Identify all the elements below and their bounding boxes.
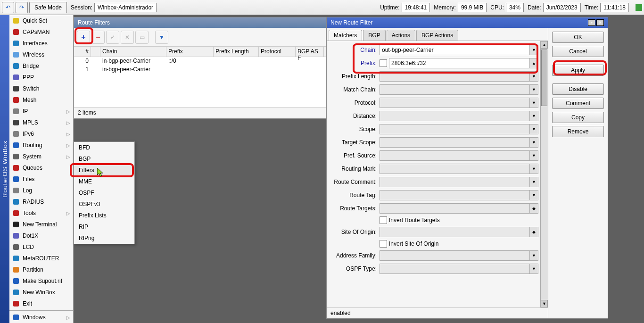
input-field[interactable] bbox=[380, 164, 530, 174]
sidebar-item-queues[interactable]: Queues bbox=[9, 162, 73, 174]
nrf-titlebar[interactable]: New Route Filter ▫ ✕ bbox=[327, 17, 608, 28]
submenu-item-ospfv3[interactable]: OSPFv3 bbox=[74, 199, 134, 210]
comment-button[interactable]: ▭ bbox=[135, 31, 149, 44]
dropdown-toggle[interactable]: ▼ bbox=[530, 177, 538, 187]
sidebar-item-lcd[interactable]: LCD bbox=[9, 241, 73, 253]
sidebar-item-new-terminal[interactable]: New Terminal bbox=[9, 219, 73, 230]
sidebar-item-system[interactable]: System▷ bbox=[9, 151, 73, 162]
sidebar-item-windows[interactable]: Windows▷ bbox=[9, 312, 73, 323]
column-header[interactable]: Prefix bbox=[166, 47, 214, 57]
sidebar-item-ip[interactable]: IP▷ bbox=[9, 106, 73, 117]
input-field[interactable] bbox=[380, 250, 530, 261]
checkbox[interactable] bbox=[380, 240, 387, 248]
filter-button[interactable]: ▼ bbox=[155, 31, 168, 44]
dropdown-toggle[interactable]: ▼ bbox=[530, 111, 538, 121]
route-filters-titlebar[interactable]: Route Filters bbox=[74, 17, 326, 28]
submenu-item-mme[interactable]: MME bbox=[74, 176, 134, 187]
input-field[interactable] bbox=[380, 137, 530, 148]
tab-bgp-actions[interactable]: BGP Actions bbox=[416, 30, 458, 41]
copy-button[interactable]: Copy bbox=[552, 112, 604, 123]
dropdown-toggle[interactable]: ◆ bbox=[530, 227, 538, 237]
input-field[interactable] bbox=[380, 177, 530, 187]
disable-button[interactable]: ✕ bbox=[121, 31, 134, 44]
tab-matchers[interactable]: Matchers bbox=[329, 30, 362, 41]
submenu-item-ripng[interactable]: RIPng bbox=[74, 232, 134, 244]
dropdown-toggle[interactable]: ◆ bbox=[530, 203, 538, 214]
input-field[interactable] bbox=[380, 111, 530, 121]
table-row[interactable]: 0in-bgp-peer-Carrier::/0 bbox=[74, 57, 326, 66]
dropdown-toggle[interactable]: ▼ bbox=[530, 84, 538, 95]
add-button[interactable]: + bbox=[77, 31, 90, 44]
tab-actions[interactable]: Actions bbox=[387, 30, 415, 41]
dropdown-toggle[interactable]: ▼ bbox=[530, 190, 538, 200]
sidebar-item-radius[interactable]: RADIUS bbox=[9, 196, 73, 207]
sidebar-item-mpls[interactable]: MPLS▷ bbox=[9, 117, 73, 128]
dropdown-toggle[interactable]: ▼ bbox=[530, 150, 538, 161]
submenu-item-bfd[interactable]: BFD bbox=[74, 142, 134, 153]
input-field[interactable] bbox=[380, 264, 530, 274]
sidebar-item-partition[interactable]: Partition bbox=[9, 264, 73, 275]
sidebar-item-files[interactable]: Files bbox=[9, 174, 73, 185]
input-field[interactable] bbox=[380, 190, 530, 200]
column-header[interactable]: Prefix Length bbox=[214, 47, 259, 57]
column-header[interactable]: BGP AS F bbox=[296, 47, 324, 57]
sidebar-item-ipv6[interactable]: IPv6▷ bbox=[9, 128, 73, 140]
input-field[interactable] bbox=[380, 71, 530, 82]
sidebar-item-capsman[interactable]: CAPsMAN bbox=[9, 26, 73, 38]
column-header[interactable] bbox=[91, 47, 100, 57]
sidebar-item-log[interactable]: Log bbox=[9, 185, 73, 196]
dropdown-toggle[interactable]: ▼ bbox=[530, 250, 538, 261]
sidebar-item-bridge[interactable]: Bridge bbox=[9, 60, 73, 72]
input-field[interactable] bbox=[380, 203, 530, 214]
scroll-up-button[interactable]: ▲ bbox=[541, 41, 548, 49]
safe-mode-button[interactable]: Safe Mode bbox=[29, 2, 67, 13]
dropdown-toggle[interactable]: ▼ bbox=[530, 164, 538, 174]
sidebar-item-mesh[interactable]: Mesh bbox=[9, 94, 73, 106]
scroll-down-button[interactable]: ▼ bbox=[541, 300, 548, 307]
input-field[interactable] bbox=[380, 150, 530, 161]
checkbox[interactable] bbox=[380, 59, 387, 67]
dropdown-toggle[interactable]: ▼ bbox=[530, 71, 538, 82]
dropdown-toggle[interactable]: ▲ bbox=[530, 58, 538, 68]
submenu-item-prefix-lists[interactable]: Prefix Lists bbox=[74, 210, 134, 221]
apply-button[interactable]: Apply bbox=[552, 65, 604, 76]
undo-button[interactable]: ↶ bbox=[2, 2, 14, 13]
dropdown-toggle[interactable]: ▼ bbox=[530, 98, 538, 108]
minimize-button[interactable]: ▫ bbox=[588, 19, 595, 26]
sidebar-item-routing[interactable]: Routing▷ bbox=[9, 140, 73, 151]
sidebar-item-tools[interactable]: Tools▷ bbox=[9, 207, 73, 219]
scroll-thumb[interactable] bbox=[541, 50, 547, 106]
dropdown-toggle[interactable]: ▼ bbox=[530, 264, 538, 274]
checkbox[interactable] bbox=[380, 216, 387, 224]
column-header[interactable]: Protocol bbox=[259, 47, 296, 57]
column-header[interactable]: # bbox=[74, 47, 91, 57]
submenu-item-ospf[interactable]: OSPF bbox=[74, 187, 134, 199]
input-field[interactable]: out-bgp-peer-Carrier bbox=[380, 45, 530, 55]
submenu-item-rip[interactable]: RIP bbox=[74, 221, 134, 232]
dropdown-toggle[interactable]: ▼ bbox=[530, 45, 538, 55]
scrollbar[interactable]: ▲ ▼ bbox=[540, 41, 548, 307]
sidebar-item-exit[interactable]: Exit bbox=[9, 298, 73, 309]
column-header[interactable]: Chain bbox=[100, 47, 166, 57]
input-field[interactable] bbox=[380, 84, 530, 95]
ok-button[interactable]: OK bbox=[552, 32, 604, 43]
disable-button[interactable]: Disable bbox=[552, 83, 604, 95]
sidebar-item-quick-set[interactable]: Quick Set bbox=[9, 15, 73, 26]
submenu-item-bgp[interactable]: BGP bbox=[74, 153, 134, 165]
sidebar-item-dot1x[interactable]: Dot1X bbox=[9, 230, 73, 241]
sidebar-item-ppp[interactable]: PPP bbox=[9, 72, 73, 83]
cancel-button[interactable]: Cancel bbox=[552, 46, 604, 57]
remove-button[interactable]: Remove bbox=[552, 126, 604, 137]
dropdown-toggle[interactable]: ▼ bbox=[530, 124, 538, 134]
comment-button[interactable]: Comment bbox=[552, 98, 604, 109]
redo-button[interactable]: ↷ bbox=[16, 2, 28, 13]
sidebar-item-interfaces[interactable]: Interfaces bbox=[9, 38, 73, 49]
table-row[interactable]: 1in-bgp-peer-Carrier bbox=[74, 66, 326, 74]
input-field[interactable] bbox=[380, 124, 530, 134]
enable-button[interactable]: ✓ bbox=[106, 31, 119, 44]
input-field[interactable] bbox=[380, 98, 530, 108]
input-field[interactable] bbox=[380, 227, 530, 237]
tab-bgp[interactable]: BGP bbox=[363, 30, 385, 41]
input-field[interactable]: 2806:3e6::/32 bbox=[389, 58, 530, 68]
sidebar-item-metarouter[interactable]: MetaROUTER bbox=[9, 253, 73, 264]
